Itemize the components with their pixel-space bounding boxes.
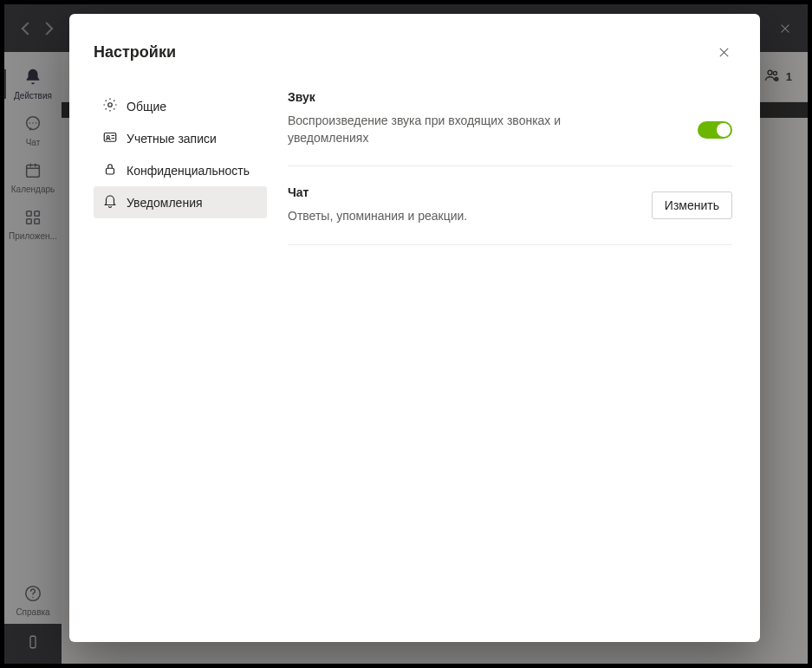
settings-nav-privacy[interactable]: Конфиденциальность [94,154,267,186]
nav-label: Конфиденциальность [127,164,250,178]
lock-icon [102,161,118,179]
chat-desc: Ответы, упоминания и реакции. [288,208,467,225]
settings-nav-general[interactable]: Общие [94,90,267,122]
svg-point-13 [107,136,109,139]
id-card-icon [102,129,118,147]
sound-toggle[interactable] [698,121,732,139]
section-title: Чат [288,185,467,199]
svg-rect-12 [104,133,116,142]
nav-label: Уведомления [127,196,203,210]
settings-nav-accounts[interactable]: Учетные записи [94,122,267,154]
chat-edit-button[interactable]: Изменить [652,191,732,219]
settings-nav-notifications[interactable]: Уведомления [94,186,267,218]
gear-icon [102,97,118,115]
modal-close-button[interactable] [711,40,736,64]
settings-nav: Общие Учетные записи Конфиденциальность … [94,90,267,625]
modal-title: Настройки [94,43,176,62]
svg-rect-14 [107,168,114,174]
section-chat: Чат Ответы, упоминания и реакции. Измени… [288,185,732,245]
settings-modal: Настройки Общие Учетные записи [69,14,760,642]
bell-icon [102,193,118,211]
sound-desc: Воспроизведение звука при входящих звонк… [288,113,565,146]
nav-label: Учетные записи [127,132,217,146]
section-sound: Звук Воспроизведение звука при входящих … [288,90,732,166]
nav-label: Общие [127,100,166,113]
svg-point-11 [108,103,113,107]
settings-content: Звук Воспроизведение звука при входящих … [267,90,736,625]
section-title: Звук [288,90,732,104]
